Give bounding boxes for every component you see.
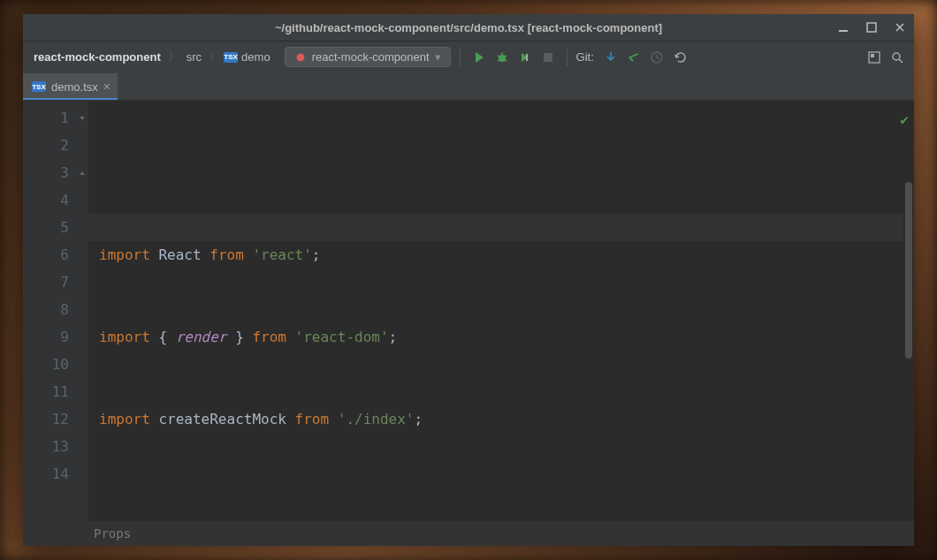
debug-button[interactable] xyxy=(492,48,512,67)
breadcrumb-statusbar[interactable]: Props xyxy=(23,521,914,546)
separator xyxy=(460,49,461,66)
breadcrumb-file-label: demo xyxy=(241,50,270,64)
breadcrumb-project[interactable]: react-mock-component xyxy=(30,49,164,65)
structure-button[interactable] xyxy=(865,48,884,67)
git-history-button[interactable] xyxy=(647,48,667,67)
code-area[interactable]: ✔ import React from 'react'; import { re… xyxy=(88,101,914,521)
chevron-down-icon: ▾ xyxy=(435,50,441,64)
fold-handle[interactable] xyxy=(76,104,88,132)
separator xyxy=(567,49,568,66)
close-tab-icon[interactable]: × xyxy=(103,79,110,94)
line-number: 9 xyxy=(23,323,69,351)
scrollbar-thumb[interactable] xyxy=(905,182,912,359)
svg-point-8 xyxy=(893,53,900,60)
ide-window: ~/github/react-mock-component/src/demo.t… xyxy=(23,14,914,546)
svg-point-2 xyxy=(296,53,304,61)
tsx-file-icon: TSX xyxy=(32,81,46,92)
toolbar: react-mock-component 〉 src 〉 TSX demo re… xyxy=(23,41,914,72)
line-number: 13 xyxy=(23,433,69,460)
svg-rect-1 xyxy=(867,23,876,32)
run-config-dropdown[interactable]: react-mock-component ▾ xyxy=(285,47,451,67)
current-line-highlight xyxy=(88,214,903,241)
tsx-file-icon: TSX xyxy=(224,52,238,63)
code-editor[interactable]: 1 2 3 4 5 6 7 8 9 10 11 12 13 14 xyxy=(23,101,914,521)
svg-rect-0 xyxy=(839,30,848,32)
tab-demo-tsx[interactable]: TSX demo.tsx × xyxy=(23,73,118,100)
chevron-right-icon: 〉 xyxy=(209,49,220,65)
line-number: 12 xyxy=(23,405,69,433)
line-number-gutter: 1 2 3 4 5 6 7 8 9 10 11 12 13 14 xyxy=(23,101,76,521)
breadcrumb-folder[interactable]: src xyxy=(183,49,205,65)
line-number: 14 xyxy=(23,460,69,488)
line-number: 7 xyxy=(23,269,69,296)
window-title: ~/github/react-mock-component/src/demo.t… xyxy=(275,21,662,34)
debug-config-icon xyxy=(294,51,307,64)
titlebar: ~/github/react-mock-component/src/demo.t… xyxy=(23,14,914,41)
code-line xyxy=(99,488,914,515)
line-number: 8 xyxy=(23,296,69,323)
code-line: import createReactMock from './index'; xyxy=(99,405,914,433)
scrollbar[interactable] xyxy=(905,127,912,521)
line-number: 5 xyxy=(23,214,69,241)
line-number: 4 xyxy=(23,186,69,214)
run-config-label: react-mock-component xyxy=(312,50,430,64)
fold-column xyxy=(76,101,88,521)
maximize-button[interactable] xyxy=(863,19,880,36)
code-line: import React from 'react'; xyxy=(99,241,914,269)
git-commit-button[interactable] xyxy=(624,48,644,67)
breadcrumb-file[interactable]: TSX demo xyxy=(224,50,270,64)
code-line: import { render } from 'react-dom'; xyxy=(99,323,914,351)
breadcrumb: react-mock-component 〉 src 〉 TSX demo xyxy=(30,49,270,65)
svg-point-3 xyxy=(499,55,506,62)
svg-rect-4 xyxy=(544,53,552,62)
git-pull-button[interactable] xyxy=(601,48,621,67)
line-number: 11 xyxy=(23,378,69,405)
editor-tabs: TSX demo.tsx × xyxy=(23,72,914,101)
svg-rect-7 xyxy=(871,54,874,57)
chevron-right-icon: 〉 xyxy=(168,49,179,65)
tab-label: demo.tsx xyxy=(51,80,98,94)
line-number: 3 xyxy=(23,159,69,186)
stop-button[interactable] xyxy=(538,48,558,67)
close-button[interactable] xyxy=(891,19,909,36)
git-label: Git: xyxy=(576,50,594,64)
line-number: 1 xyxy=(23,104,69,132)
line-number: 6 xyxy=(23,241,69,269)
search-button[interactable] xyxy=(887,48,907,67)
minimize-button[interactable] xyxy=(834,19,852,36)
line-number: 2 xyxy=(23,132,69,159)
status-crumb-item[interactable]: Props xyxy=(94,526,131,541)
run-coverage-button[interactable] xyxy=(515,48,535,67)
git-revert-button[interactable] xyxy=(670,48,689,67)
line-number: 10 xyxy=(23,351,69,378)
run-button[interactable] xyxy=(469,48,489,67)
fold-handle[interactable] xyxy=(76,159,88,186)
